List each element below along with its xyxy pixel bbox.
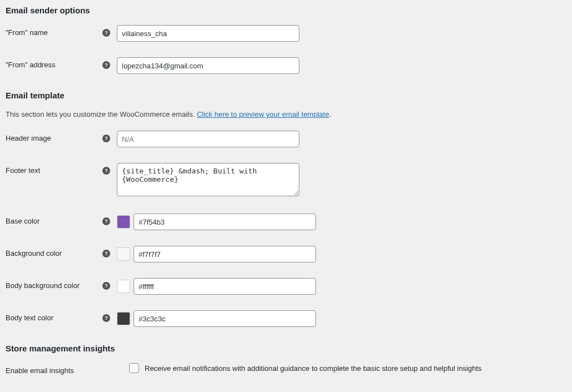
base-color-swatch[interactable] bbox=[117, 215, 130, 229]
base-color-input[interactable] bbox=[134, 214, 316, 230]
help-icon[interactable]: ? bbox=[102, 250, 110, 257]
from-name-label: "From" name bbox=[6, 28, 48, 37]
help-icon[interactable]: ? bbox=[102, 61, 110, 69]
header-image-input[interactable] bbox=[117, 131, 299, 147]
help-icon[interactable]: ? bbox=[102, 314, 110, 322]
header-image-label: Header image bbox=[6, 134, 51, 142]
help-icon[interactable]: ? bbox=[102, 135, 110, 142]
from-name-input[interactable] bbox=[117, 25, 299, 42]
preview-template-link[interactable]: Click here to preview your email templat… bbox=[197, 110, 329, 118]
footer-text-label: Footer text bbox=[6, 166, 40, 175]
email-template-heading: Email template bbox=[6, 91, 566, 100]
body-bg-color-input[interactable] bbox=[134, 278, 316, 295]
footer-text-input[interactable]: {site_title} &mdash; Built with {WooComm… bbox=[117, 163, 299, 196]
from-address-label: "From" address bbox=[6, 61, 55, 69]
insights-checkbox[interactable] bbox=[129, 363, 139, 373]
background-color-label: Background color bbox=[6, 249, 62, 257]
body-bg-color-label: Body background color bbox=[6, 281, 80, 290]
template-description: This section lets you customize the WooC… bbox=[6, 110, 566, 118]
insights-label: Enable email insights bbox=[6, 366, 74, 375]
insights-heading: Store management insights bbox=[6, 344, 566, 353]
background-color-swatch[interactable] bbox=[117, 247, 130, 261]
body-text-color-swatch[interactable] bbox=[117, 312, 130, 325]
body-text-color-input[interactable] bbox=[134, 310, 316, 327]
help-icon[interactable]: ? bbox=[102, 29, 110, 37]
help-icon[interactable]: ? bbox=[102, 167, 110, 175]
background-color-input[interactable] bbox=[134, 246, 316, 262]
body-text-color-label: Body text color bbox=[6, 314, 53, 322]
help-icon[interactable]: ? bbox=[102, 282, 110, 290]
insights-description: Receive email notifications with additio… bbox=[145, 364, 482, 373]
from-address-input[interactable] bbox=[117, 57, 299, 74]
base-color-label: Base color bbox=[6, 217, 40, 225]
body-bg-color-swatch[interactable] bbox=[117, 280, 130, 293]
email-sender-heading: Email sender options bbox=[6, 6, 566, 15]
help-icon[interactable]: ? bbox=[102, 217, 110, 225]
